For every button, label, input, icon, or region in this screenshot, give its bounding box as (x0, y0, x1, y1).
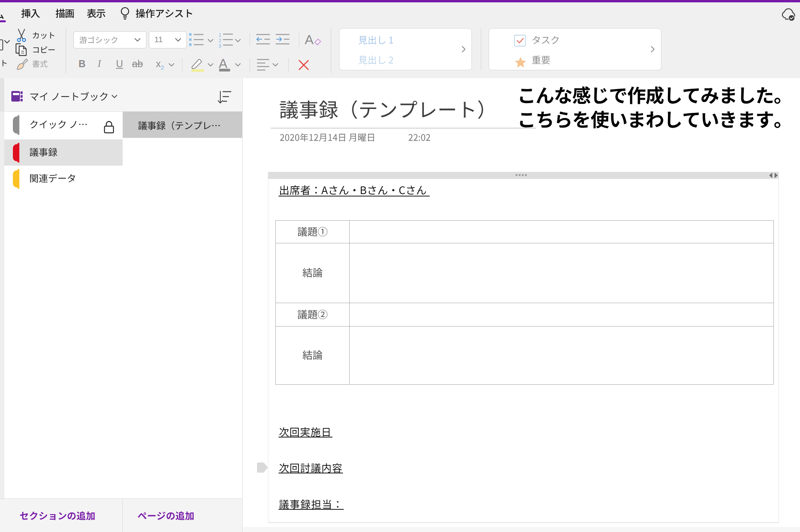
svg-text:A: A (305, 32, 314, 47)
svg-text:A: A (219, 57, 227, 71)
svg-text:2: 2 (219, 38, 221, 43)
svg-text:3: 3 (219, 43, 221, 48)
svg-text:1: 1 (219, 32, 221, 38)
